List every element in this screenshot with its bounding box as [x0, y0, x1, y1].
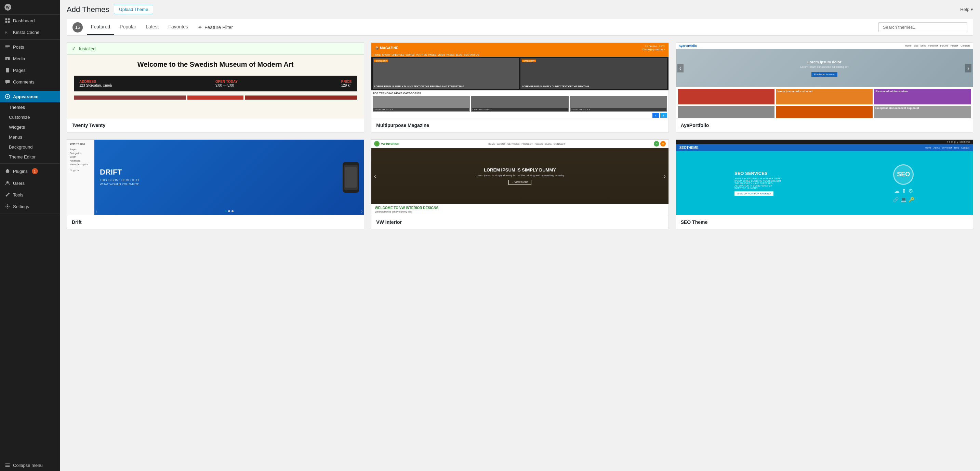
sidebar-divider-3: [0, 163, 60, 164]
svg-point-29: [199, 26, 201, 28]
chevron-down-icon: ▾: [971, 7, 973, 12]
sidebar-item-posts[interactable]: Posts: [0, 41, 60, 53]
theme-preview-seo-theme: ftinpyseotheme SEOTHEME HomeAboutService…: [676, 140, 973, 215]
aya-next-arrow[interactable]: ›: [965, 64, 972, 73]
theme-card-footer-drift: Drift: [67, 215, 364, 229]
plugins-icon: [5, 168, 10, 174]
sidebar-divider-1: [0, 39, 60, 40]
svg-rect-7: [5, 45, 10, 46]
sidebar-item-media[interactable]: Media: [0, 53, 60, 64]
sidebar-item-users[interactable]: Users: [0, 177, 60, 189]
tabs-row: 15 Featured Popular Latest Favorites Fea…: [67, 19, 973, 35]
theme-card-multipurpose-magazine[interactable]: 📦 MAGAZINE 12:00 PM · 32°C Demo@gmail.co…: [371, 42, 668, 133]
sidebar-item-pages[interactable]: Pages: [0, 64, 60, 76]
svg-rect-16: [5, 80, 10, 83]
svg-rect-26: [5, 463, 10, 464]
sidebar-subitem-widgets[interactable]: Widgets: [0, 122, 60, 132]
theme-preview-multipurpose-magazine: 📦 MAGAZINE 12:00 PM · 32°C Demo@gmail.co…: [371, 43, 668, 118]
svg-marker-17: [6, 83, 8, 84]
facebook-icon: f: [652, 113, 659, 118]
tab-featured[interactable]: Featured: [87, 19, 114, 35]
pages-icon: [5, 67, 10, 73]
svg-text:K: K: [5, 30, 8, 34]
svg-rect-2: [5, 19, 8, 21]
help-button[interactable]: Help ▾: [960, 7, 973, 12]
page-title: Add Themes: [67, 5, 109, 14]
theme-card-drift[interactable]: Drift Theme Pages Categories Depth Advan…: [67, 139, 364, 229]
theme-card-footer-magazine: Multipurpose Magazine: [371, 118, 668, 132]
check-icon: ✓: [72, 46, 76, 52]
svg-rect-14: [6, 70, 8, 70]
sidebar-divider-4: [0, 214, 60, 214]
tab-latest[interactable]: Latest: [142, 19, 163, 35]
svg-rect-8: [5, 46, 10, 47]
tab-favorites[interactable]: Favorites: [164, 19, 192, 35]
theme-card-footer-aya: AyaPortfolio: [676, 118, 973, 132]
svg-rect-20: [7, 169, 8, 170]
sidebar-logo: W: [0, 0, 60, 15]
sidebar-subitem-background[interactable]: Background: [0, 142, 60, 152]
tools-icon: [5, 192, 10, 198]
svg-rect-21: [6, 170, 9, 173]
sidebar-subitem-theme-editor[interactable]: Theme Editor: [0, 152, 60, 162]
theme-card-footer-vw-interior: VW Interior: [371, 215, 668, 229]
users-icon: [5, 180, 10, 186]
sidebar-divider-2: [0, 89, 60, 89]
appearance-icon: [5, 94, 10, 99]
svg-rect-4: [5, 21, 8, 23]
sidebar-item-dashboard[interactable]: Dashboard: [0, 15, 60, 26]
theme-preview-drift: Drift Theme Pages Categories Depth Advan…: [67, 140, 364, 215]
comments-icon: [5, 79, 10, 85]
theme-preview-aya-portfolio: AyaPortfolio HomeBlogShopPortfolio▾Forum…: [676, 43, 973, 118]
sidebar-item-appearance[interactable]: Appearance: [0, 91, 60, 102]
sidebar: W Dashboard K Kinsta Cache Posts Media P…: [0, 0, 60, 471]
svg-rect-15: [6, 71, 8, 71]
svg-rect-28: [5, 466, 10, 467]
twitter-icon: t: [660, 113, 667, 118]
svg-point-25: [7, 206, 8, 208]
sidebar-item-plugins[interactable]: Plugins 1: [0, 165, 60, 177]
theme-card-twenty-twenty[interactable]: ✓ Installed Welcome to the Swedish Museu…: [67, 42, 364, 133]
theme-card-footer-twenty-twenty: Twenty Twenty: [67, 118, 364, 132]
media-icon: [5, 56, 10, 61]
svg-rect-27: [5, 465, 10, 466]
svg-rect-5: [8, 21, 10, 23]
plugins-badge: 1: [32, 168, 38, 174]
installed-badge: ✓ Installed: [67, 43, 364, 55]
tab-popular[interactable]: Popular: [116, 19, 140, 35]
svg-rect-22: [5, 171, 6, 171]
svg-text:W: W: [6, 5, 10, 9]
theme-preview-vw-interior: 🌿 VW INTERIOR HOMEABOUTSERVICESPROJECTPA…: [371, 140, 668, 215]
sidebar-subitem-themes[interactable]: Themes: [0, 102, 60, 112]
svg-rect-23: [8, 171, 9, 171]
themes-grid: ✓ Installed Welcome to the Swedish Museu…: [60, 35, 980, 236]
search-themes-input[interactable]: [878, 22, 967, 32]
gear-icon: [198, 25, 202, 30]
dashboard-icon: [5, 18, 10, 23]
sidebar-subitem-customize[interactable]: Customize: [0, 112, 60, 122]
sidebar-subitem-menus[interactable]: Menus: [0, 132, 60, 142]
sidebar-item-settings[interactable]: Settings: [0, 201, 60, 212]
theme-card-aya-portfolio[interactable]: AyaPortfolio HomeBlogShopPortfolio▾Forum…: [676, 42, 973, 133]
tabs-left: 15 Featured Popular Latest Favorites Fea…: [73, 19, 237, 35]
main-content: Add Themes Upload Theme Help ▾ 15 Featur…: [60, 0, 980, 471]
twenty-twenty-bars: [74, 96, 357, 100]
theme-preview-twenty-twenty: ✓ Installed Welcome to the Swedish Museu…: [67, 43, 364, 118]
sidebar-item-tools[interactable]: Tools: [0, 189, 60, 201]
sidebar-item-kinsta[interactable]: K Kinsta Cache: [0, 26, 60, 38]
theme-card-vw-interior[interactable]: 🌿 VW INTERIOR HOMEABOUTSERVICESPROJECTPA…: [371, 139, 668, 229]
topbar: Add Themes Upload Theme Help ▾: [60, 0, 980, 14]
sidebar-item-comments[interactable]: Comments: [0, 76, 60, 88]
upload-theme-button[interactable]: Upload Theme: [114, 5, 153, 14]
posts-icon: [5, 44, 10, 49]
svg-point-19: [7, 96, 8, 97]
twenty-twenty-info: ADDRESS123 Storgatan, Umeå OPEN TODAY9:0…: [74, 76, 357, 91]
theme-card-footer-seo: SEO Theme: [676, 215, 973, 229]
svg-rect-9: [5, 48, 8, 48]
theme-card-seo-theme[interactable]: ftinpyseotheme SEOTHEME HomeAboutService…: [676, 139, 973, 229]
aya-prev-arrow[interactable]: ‹: [678, 64, 684, 73]
kinsta-icon: K: [5, 29, 10, 35]
magazine-header: 📦 MAGAZINE 12:00 PM · 32°C Demo@gmail.co…: [371, 43, 668, 53]
collapse-menu-button[interactable]: Collapse menu: [0, 459, 60, 471]
feature-filter-button[interactable]: Feature Filter: [194, 20, 237, 35]
